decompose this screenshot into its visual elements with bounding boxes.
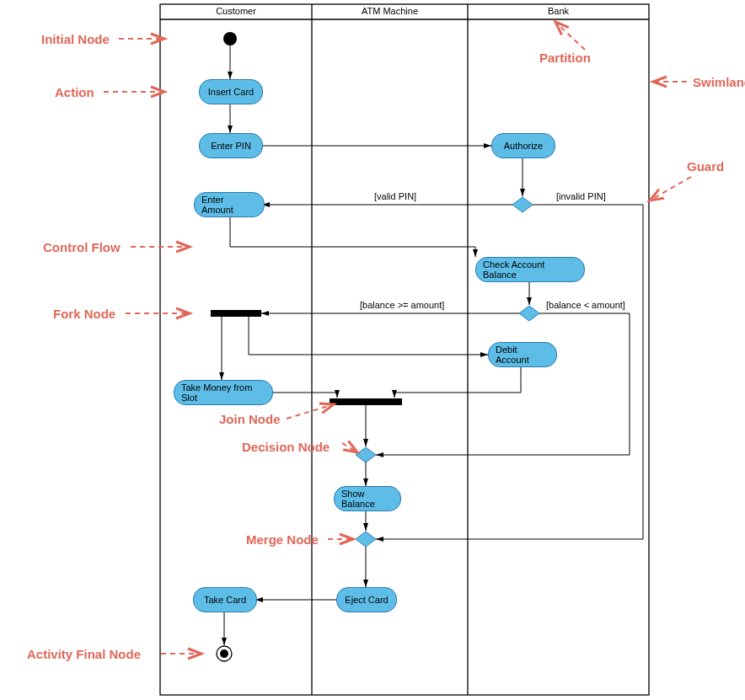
lane-header-atm: ATM Machine [312,6,468,16]
action-eject-card: Eject Card [336,587,397,612]
decision-after-join [356,447,376,462]
annot-partition: Partition [539,51,591,65]
action-debit-account: Debit Account [488,342,557,367]
guard-invalid-pin: [invalid PIN] [556,191,606,201]
guard-bal-lt: [balance < amount] [546,300,625,310]
annot-fork: Fork Node [53,307,115,321]
leader-guard [650,177,691,200]
action-authorize: Authorize [491,133,555,158]
lane-header-customer: Customer [160,6,312,16]
annot-guard: Guard [687,159,724,174]
annot-action: Action [55,85,94,99]
initial-node [223,32,237,45]
guard-valid-pin: [valid PIN] [374,191,416,201]
annot-initial: Initial Node [41,32,110,46]
action-check-balance: Check Account Balance [475,257,585,282]
join-node [330,398,402,405]
annot-swimlane: Swimlane [693,75,745,89]
action-insert-card: Insert Card [199,79,263,104]
annot-merge: Merge Node [246,532,319,547]
activity-final-inner [220,649,228,658]
fork-node [211,310,261,317]
leader-decision [342,443,357,452]
action-show-balance: Show Balance [334,486,401,511]
action-enter-amount: Enter Amount [194,192,265,217]
decision-balance [519,306,539,321]
annot-controlflow: Control Flow [43,240,121,254]
leader-join [287,404,334,419]
annot-decision: Decision Node [242,440,330,454]
guard-bal-ge: [balance >= amount] [360,300,444,310]
decision-pin [512,197,533,212]
annot-final: Activity Final Node [27,647,141,661]
leader-partition [555,22,585,50]
action-take-card: Take Card [193,587,257,612]
merge-node [356,532,376,547]
action-enter-pin: Enter PIN [199,133,263,158]
lane-header-bank: Bank [468,6,649,16]
action-take-money: Take Money from Slot [174,380,273,405]
annot-join: Join Node [219,412,281,426]
